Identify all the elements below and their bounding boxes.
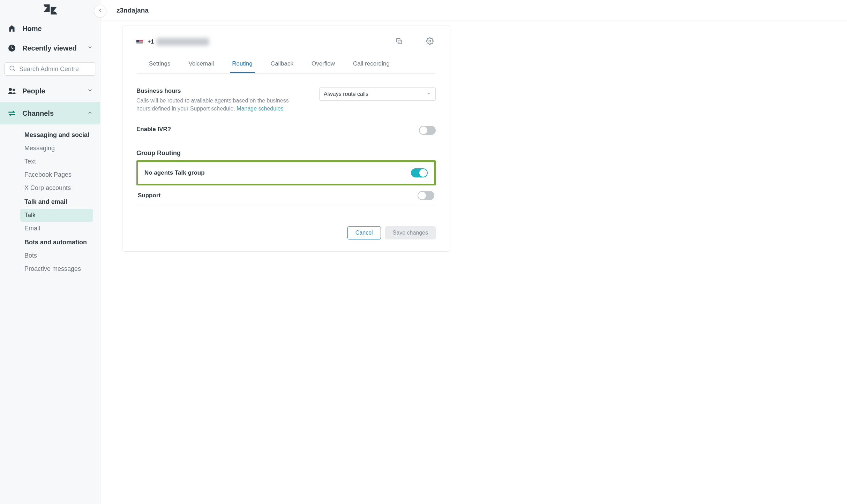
row-enable-ivr: Enable IVR?	[136, 117, 436, 139]
group-label-support: Support	[138, 192, 160, 199]
sub-facebook[interactable]: Facebook Pages	[20, 168, 93, 181]
gear-icon[interactable]	[424, 35, 436, 48]
business-hours-title: Business hours	[136, 87, 303, 94]
route-calls-select[interactable]: Always route calls	[319, 87, 436, 101]
section-people-label: People	[22, 87, 81, 95]
footer-actions: Cancel Save changes	[136, 206, 436, 239]
clock-icon	[7, 43, 17, 53]
group-routing-heading: Group Routing	[136, 139, 436, 160]
search-icon	[9, 65, 16, 73]
us-flag-icon	[136, 40, 143, 44]
phone-number-redacted	[157, 38, 209, 46]
sub-bots[interactable]: Bots	[20, 249, 93, 262]
section-channels[interactable]: Channels	[0, 102, 100, 124]
svg-point-3	[9, 88, 12, 91]
row-business-hours: Business hours Calls will be routed to a…	[136, 83, 436, 117]
enable-ivr-toggle[interactable]	[419, 126, 436, 135]
chevron-down-icon	[426, 91, 431, 97]
search-input-wrap[interactable]	[4, 62, 96, 76]
sidebar: Home Recently viewed People	[0, 0, 100, 504]
enable-ivr-title: Enable IVR?	[136, 126, 303, 133]
chevron-down-icon	[87, 44, 93, 52]
tab-settings[interactable]: Settings	[147, 55, 172, 73]
nav-home[interactable]: Home	[0, 19, 100, 38]
tab-voicemail[interactable]: Voicemail	[186, 55, 216, 73]
group-row-support: Support	[136, 185, 436, 206]
divider	[0, 58, 100, 58]
nav-recent-label: Recently viewed	[22, 44, 81, 52]
home-icon	[7, 24, 17, 33]
zendesk-logo	[0, 0, 100, 17]
tab-routing[interactable]: Routing	[230, 55, 255, 73]
tabs: Settings Voicemail Routing Callback Over…	[136, 55, 436, 74]
cancel-button[interactable]: Cancel	[347, 226, 381, 239]
sub-text[interactable]: Text	[20, 155, 93, 168]
tab-recording[interactable]: Call recording	[351, 55, 392, 73]
group-row-no-agents: No agents Talk group	[136, 160, 436, 185]
sub-email[interactable]: Email	[20, 222, 93, 235]
group-label-no-agents: No agents Talk group	[144, 169, 205, 176]
select-value: Always route calls	[324, 91, 368, 97]
sub-talk[interactable]: Talk	[20, 209, 93, 222]
main: z3ndajana +1 Settings Voicemail Routing	[100, 0, 847, 504]
chevron-up-icon	[87, 109, 93, 117]
nav-home-label: Home	[22, 25, 93, 33]
sub-heading-messaging: Messaging and social	[20, 128, 100, 142]
sub-heading-bots: Bots and automation	[20, 235, 100, 249]
line-header: +1	[136, 35, 436, 48]
content-area: +1 Settings Voicemail Routing Callback O…	[100, 21, 847, 504]
sidebar-collapse-button[interactable]	[94, 5, 106, 17]
tab-overflow[interactable]: Overflow	[309, 55, 337, 73]
phone-prefix: +1	[148, 39, 154, 45]
channels-subtree: Messaging and social Messaging Text Face…	[0, 124, 100, 283]
section-people[interactable]: People	[0, 80, 100, 102]
people-icon	[7, 86, 17, 96]
business-hours-desc: Calls will be routed to available agents…	[136, 97, 303, 113]
search-input[interactable]	[19, 66, 91, 73]
nav-recently-viewed[interactable]: Recently viewed	[0, 38, 100, 58]
group-toggle-no-agents[interactable]	[411, 168, 428, 177]
sub-xcorp[interactable]: X Corp accounts	[20, 182, 93, 194]
topbar: z3ndajana	[100, 0, 847, 21]
copy-icon[interactable]	[393, 35, 405, 48]
tab-callback[interactable]: Callback	[269, 55, 295, 73]
save-button[interactable]: Save changes	[385, 226, 436, 239]
sub-proactive[interactable]: Proactive messages	[20, 262, 93, 275]
svg-line-2	[14, 70, 15, 71]
manage-schedules-link[interactable]: Manage schedules	[237, 106, 283, 112]
group-toggle-support[interactable]	[418, 191, 434, 200]
primary-nav: Home Recently viewed	[0, 17, 100, 58]
svg-point-4	[13, 89, 15, 91]
svg-point-1	[10, 66, 14, 70]
section-channels-label: Channels	[22, 109, 81, 117]
sub-heading-talk: Talk and email	[20, 195, 100, 208]
channels-icon	[7, 108, 17, 118]
chevron-down-icon	[87, 87, 93, 95]
svg-point-7	[429, 40, 431, 42]
line-card: +1 Settings Voicemail Routing Callback O…	[122, 25, 450, 252]
sub-messaging[interactable]: Messaging	[20, 142, 93, 155]
chevron-left-icon	[98, 8, 103, 14]
breadcrumb: z3ndajana	[117, 7, 149, 14]
